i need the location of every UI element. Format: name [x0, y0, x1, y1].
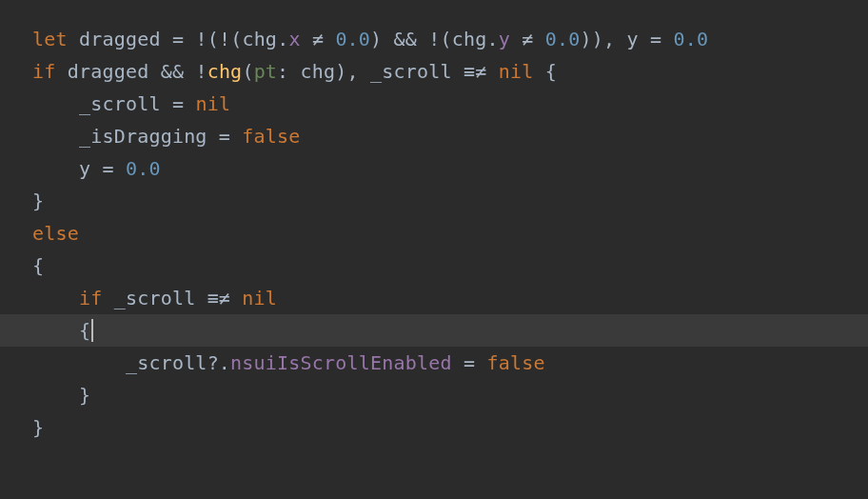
code-token: )) [581, 28, 603, 50]
code-token: && [161, 60, 184, 83]
code-token: else [32, 222, 79, 245]
code-token: } [32, 416, 44, 439]
code-token [184, 60, 195, 83]
code-token [184, 92, 195, 115]
code-token: ?. [207, 351, 230, 374]
code-line[interactable]: if dragged && !chg(pt: chg), _scroll ≡≠ … [0, 55, 868, 88]
code-token: = [219, 125, 230, 148]
code-line[interactable]: _scroll?.nsuiIsScrollEnabled = false [0, 347, 868, 379]
code-line[interactable]: { [0, 250, 868, 282]
code-token [32, 384, 79, 407]
code-token: _scroll [32, 351, 207, 374]
code-token: _isDragging [32, 125, 219, 148]
code-token: nil [499, 60, 534, 83]
code-token [32, 319, 79, 342]
code-token: chg [207, 60, 243, 83]
code-line[interactable]: if _scroll ≡≠ nil [0, 282, 868, 314]
code-token: _scroll [32, 92, 172, 115]
code-token: = [172, 92, 184, 115]
code-token [382, 28, 393, 50]
code-token: && [394, 28, 417, 50]
code-token [301, 28, 312, 50]
code-token: ! [195, 60, 207, 83]
code-token: ( [242, 60, 253, 83]
code-token: _scroll [359, 60, 464, 83]
code-token [230, 287, 242, 309]
code-token [510, 28, 522, 50]
code-line[interactable]: } [0, 185, 868, 217]
code-token [661, 28, 673, 50]
code-token: nil [242, 287, 277, 309]
code-token: chg [452, 28, 487, 50]
code-token: = ! [172, 28, 207, 50]
code-token: if [79, 287, 102, 309]
code-token: , [603, 28, 615, 50]
code-line[interactable]: } [0, 379, 868, 411]
code-token: _scroll [102, 287, 207, 309]
code-token: chg [242, 28, 277, 50]
code-token [114, 157, 126, 180]
code-token: ! [219, 28, 230, 50]
code-token: : [277, 60, 288, 83]
text-cursor [91, 319, 93, 342]
code-line[interactable]: _scroll = nil [0, 88, 868, 120]
code-token: ( [441, 28, 452, 50]
code-line[interactable]: let dragged = !(!(chg.x ≠ 0.0) && !(chg.… [0, 23, 868, 55]
code-token [486, 60, 498, 83]
code-token [533, 60, 544, 83]
code-token: = [464, 351, 475, 374]
code-token: 0.0 [335, 28, 370, 50]
code-token: dragged [55, 60, 160, 83]
code-line[interactable]: y = 0.0 [0, 152, 868, 185]
code-token: = [650, 28, 661, 50]
code-token: ! [428, 28, 440, 50]
code-token: ≡≠ [464, 60, 486, 83]
code-token [417, 28, 428, 50]
code-token: { [545, 60, 557, 83]
code-token: dragged [68, 28, 172, 50]
code-token: ≠ [522, 28, 533, 50]
code-token: , [347, 60, 359, 83]
code-line[interactable]: } [0, 411, 868, 444]
code-token: ≠ [312, 28, 324, 50]
code-token: false [242, 125, 300, 148]
code-token: nil [195, 92, 230, 115]
code-token [452, 351, 464, 374]
code-line[interactable]: else [0, 217, 868, 250]
code-token: } [79, 384, 90, 407]
code-token: if [32, 60, 55, 83]
code-token: ≡≠ [207, 287, 230, 309]
code-token [534, 28, 545, 50]
code-token: ( [230, 28, 242, 50]
code-token: { [32, 254, 44, 277]
code-token: . [487, 28, 499, 50]
code-token: chg [288, 60, 335, 83]
code-token [475, 351, 486, 374]
code-token: y [32, 157, 102, 180]
code-token: 0.0 [674, 28, 709, 50]
code-line[interactable]: _isDragging = false [0, 120, 868, 152]
code-token: pt [254, 60, 277, 83]
code-token [324, 28, 335, 50]
code-editor[interactable]: let dragged = !(!(chg.x ≠ 0.0) && !(chg.… [0, 0, 868, 444]
code-token: . [277, 28, 288, 50]
code-token: false [486, 351, 544, 374]
code-token: y [499, 28, 510, 50]
code-token: { [79, 319, 90, 342]
code-token [32, 287, 79, 309]
code-token: } [32, 190, 44, 212]
code-token: ) [370, 28, 382, 50]
code-token: nsuiIsScrollEnabled [230, 351, 452, 374]
code-token: ( [207, 28, 219, 50]
code-token: ) [335, 60, 346, 83]
code-token: = [102, 157, 113, 180]
code-token: let [32, 28, 68, 50]
code-token [230, 125, 242, 148]
code-token: 0.0 [545, 28, 581, 50]
code-token: y [615, 28, 650, 50]
code-token: x [288, 28, 300, 50]
code-line[interactable]: { [0, 314, 868, 347]
code-token: 0.0 [126, 157, 161, 180]
